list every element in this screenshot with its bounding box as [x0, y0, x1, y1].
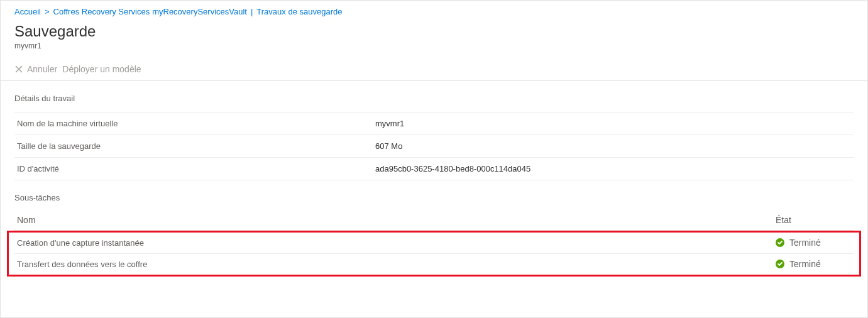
subtasks-col-state: État: [776, 215, 851, 225]
subtasks-table: Nom État Création d'une capture instanta…: [1, 209, 867, 277]
details-label: ID d'activité: [17, 164, 375, 173]
breadcrumb: Accueil > Coffres Recovery Services myRe…: [1, 1, 867, 20]
breadcrumb-jobs[interactable]: Travaux de sauvegarde: [256, 7, 342, 16]
subtask-state: Terminé: [776, 259, 851, 269]
subtask-state-label: Terminé: [789, 259, 821, 269]
subtask-row: Transfert des données vers le coffre Ter…: [14, 254, 854, 275]
details-section-header: Détails du travail: [1, 81, 867, 109]
subtask-name: Transfert des données vers le coffre: [17, 260, 776, 269]
cancel-button[interactable]: Annuler: [14, 64, 57, 74]
details-row-vm-name: Nom de la machine virtuelle myvmr1: [14, 112, 854, 135]
breadcrumb-home[interactable]: Accueil: [14, 7, 41, 16]
details-label: Taille de la sauvegarde: [17, 141, 375, 151]
subtask-state-label: Terminé: [789, 238, 821, 248]
details-label: Nom de la machine virtuelle: [17, 119, 375, 128]
cancel-label: Annuler: [27, 64, 57, 74]
subtask-name: Création d'une capture instantanée: [17, 238, 776, 248]
toolbar: Annuler Déployer un modèle: [1, 59, 867, 81]
details-table: Nom de la machine virtuelle myvmr1 Taill…: [1, 109, 867, 180]
breadcrumb-sep: >: [45, 7, 50, 16]
details-row-activity-id: ID d'activité ada95cb0-3625-4180-bed8-00…: [14, 158, 854, 180]
deploy-template-label: Déployer un modèle: [62, 64, 141, 74]
subtask-row: Création d'une capture instantanée Termi…: [14, 233, 854, 254]
subtasks-col-name: Nom: [17, 215, 776, 225]
details-value: ada95cb0-3625-4180-bed8-000c114da045: [375, 164, 851, 173]
subtasks-section-header: Sous-tâches: [1, 180, 867, 209]
success-icon: [776, 260, 784, 268]
deploy-template-button[interactable]: Déployer un modèle: [62, 64, 141, 74]
success-icon: [776, 238, 784, 247]
subtasks-highlight-box: Création d'une capture instantanée Termi…: [7, 231, 861, 277]
details-value: 607 Mo: [375, 141, 851, 151]
breadcrumb-vaults[interactable]: Coffres Recovery Services: [53, 7, 150, 16]
page-title: Sauvegarde: [1, 20, 867, 41]
subtasks-header-row: Nom État: [14, 209, 854, 231]
details-value: myvmr1: [375, 119, 851, 128]
details-row-backup-size: Taille de la sauvegarde 607 Mo: [14, 135, 854, 158]
page-subtitle: myvmr1: [1, 41, 867, 59]
breadcrumb-pipe: |: [251, 7, 253, 16]
close-icon: [14, 65, 23, 74]
subtask-state: Terminé: [776, 238, 851, 248]
breadcrumb-vault-name[interactable]: myRecoveryServicesVault: [152, 7, 247, 16]
